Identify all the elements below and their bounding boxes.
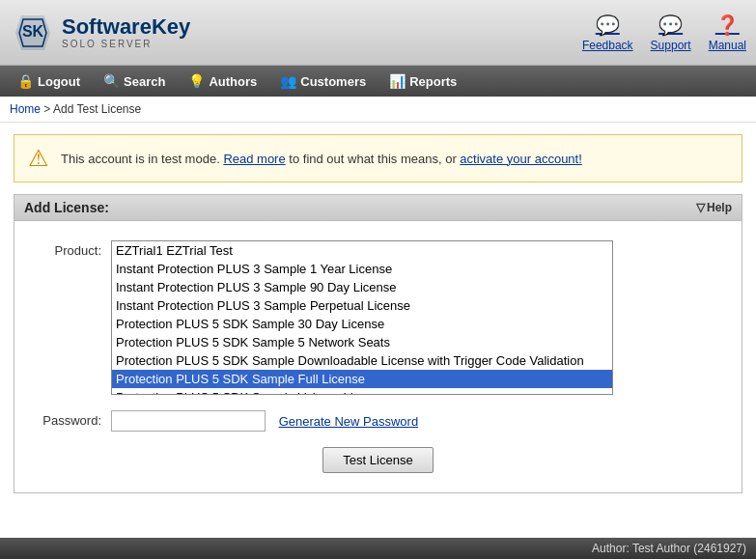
help-icon: ▽ <box>696 201 705 214</box>
header: SK SoftwareKey SOLO SERVER 💬Feedback💬Sup… <box>0 0 756 66</box>
product-option-opt7[interactable]: Protection PLUS 5 SDK Sample Downloadabl… <box>112 351 612 370</box>
product-field: EZTrial1 EZTrial TestInstant Protection … <box>111 240 732 395</box>
reports-nav-label: Reports <box>409 74 457 89</box>
breadcrumb-separator: > <box>41 102 53 116</box>
product-option-opt5[interactable]: Protection PLUS 5 SDK Sample 30 Day Lice… <box>112 315 612 333</box>
product-option-opt6[interactable]: Protection PLUS 5 SDK Sample 5 Network S… <box>112 333 612 351</box>
statusbar: Author: Test Author (2461927) <box>0 538 756 559</box>
navbar: 🔒Logout🔍Search💡Authors👥Customers📊Reports <box>0 66 756 97</box>
warning-activate-link[interactable]: activate your account! <box>460 152 581 166</box>
logo-sub: SOLO SERVER <box>62 39 190 49</box>
logout-nav-label: Logout <box>38 74 80 89</box>
header-link-manual[interactable]: ❓Manual <box>709 14 746 52</box>
authors-nav-label: Authors <box>209 74 257 89</box>
manual-label: Manual <box>709 39 746 52</box>
breadcrumb: Home > Add Test License <box>0 97 756 123</box>
section-header: Add License: ▽ Help <box>14 194 742 221</box>
manual-icon: ❓ <box>715 14 740 37</box>
support-label: Support <box>651 39 691 52</box>
logo-area: SK SoftwareKey SOLO SERVER <box>10 10 190 56</box>
search-nav-icon: 🔍 <box>103 73 120 89</box>
logo-text: SoftwareKey SOLO SERVER <box>62 15 190 49</box>
feedback-icon: 💬 <box>596 14 620 37</box>
section-title: Add License: <box>24 200 109 215</box>
nav-item-customers[interactable]: 👥Customers <box>270 70 376 93</box>
nav-item-logout[interactable]: 🔒Logout <box>8 70 90 93</box>
header-links: 💬Feedback💬Support❓Manual <box>582 14 746 52</box>
main-content: Add License: ▽ Help Product: EZTrial1 EZ… <box>14 194 742 493</box>
product-option-opt2[interactable]: Instant Protection PLUS 3 Sample 1 Year … <box>112 260 612 278</box>
warning-banner: ⚠ This account is in test mode. Read mor… <box>14 134 742 182</box>
customers-nav-icon: 👥 <box>280 73 296 89</box>
help-label: Help <box>707 201 732 214</box>
breadcrumb-home[interactable]: Home <box>10 102 41 116</box>
nav-item-authors[interactable]: 💡Authors <box>179 70 266 93</box>
product-option-opt9[interactable]: Protection PLUS 5 SDK Sample Volume Lice… <box>112 388 612 395</box>
product-label: Product: <box>24 240 111 258</box>
header-link-support[interactable]: 💬Support <box>651 14 691 52</box>
logo-icon: SK <box>10 10 56 56</box>
help-button[interactable]: ▽ Help <box>696 201 732 214</box>
password-field: Generate New Password <box>111 410 732 432</box>
warning-middle-text: to find out what this means, or <box>289 152 460 166</box>
reports-nav-icon: 📊 <box>389 73 406 89</box>
breadcrumb-current: Add Test License <box>53 102 141 116</box>
authors-nav-icon: 💡 <box>188 73 205 89</box>
nav-item-search[interactable]: 🔍Search <box>94 70 175 93</box>
warning-text: This account is in test mode. Read more … <box>61 152 582 166</box>
warning-main-text: This account is in test mode. <box>61 152 220 166</box>
product-row: Product: EZTrial1 EZTrial TestInstant Pr… <box>24 240 732 395</box>
form-area: Product: EZTrial1 EZTrial TestInstant Pr… <box>14 221 742 493</box>
logo-name: SoftwareKey <box>62 15 190 39</box>
product-option-opt1[interactable]: EZTrial1 EZTrial Test <box>112 241 612 260</box>
warning-icon: ⚠ <box>28 145 49 172</box>
feedback-label: Feedback <box>582 39 633 52</box>
search-nav-label: Search <box>124 74 165 89</box>
svg-text:SK: SK <box>22 23 44 40</box>
nav-item-reports[interactable]: 📊Reports <box>379 70 466 93</box>
test-license-button[interactable]: Test License <box>322 447 433 473</box>
password-label: Password: <box>24 410 111 428</box>
warning-read-more-link[interactable]: Read more <box>223 152 285 166</box>
product-option-opt4[interactable]: Instant Protection PLUS 3 Sample Perpetu… <box>112 296 612 315</box>
logout-nav-icon: 🔒 <box>17 73 34 89</box>
generate-password-link[interactable]: Generate New Password <box>279 414 419 429</box>
password-row: Password: Generate New Password <box>24 410 732 432</box>
support-icon: 💬 <box>658 14 683 37</box>
button-row: Test License <box>24 447 732 473</box>
header-link-feedback[interactable]: 💬Feedback <box>582 14 633 52</box>
product-option-opt8[interactable]: Protection PLUS 5 SDK Sample Full Licens… <box>112 370 612 388</box>
statusbar-text: Author: Test Author (2461927) <box>592 542 746 555</box>
product-select[interactable]: EZTrial1 EZTrial TestInstant Protection … <box>111 240 613 395</box>
password-input[interactable] <box>111 410 266 432</box>
product-option-opt3[interactable]: Instant Protection PLUS 3 Sample 90 Day … <box>112 278 612 296</box>
customers-nav-label: Customers <box>300 74 366 89</box>
